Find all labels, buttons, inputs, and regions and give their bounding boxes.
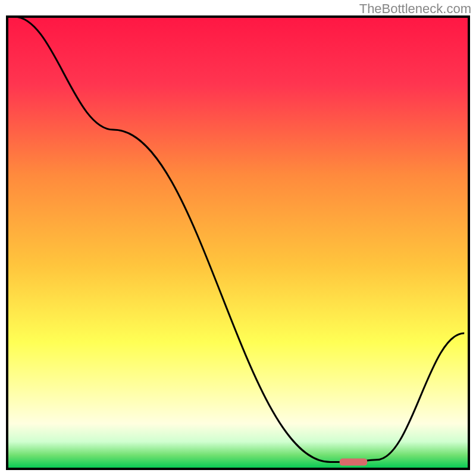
chart-svg (0, 0, 476, 476)
bottleneck-chart: TheBottleneck.com (0, 0, 476, 476)
watermark-text: TheBottleneck.com (359, 1, 471, 17)
plot-background (7, 17, 469, 469)
optimal-marker (340, 459, 368, 466)
